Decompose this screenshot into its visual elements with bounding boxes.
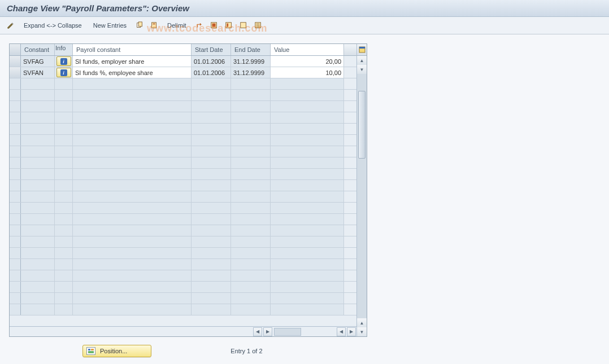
table-row[interactable]: SVFAG i SI funds, employer share 01.01.2… [10, 56, 356, 67]
info-icon: i [60, 58, 67, 65]
scroll-up-icon[interactable]: ▲ [357, 318, 367, 327]
scroll-up-icon[interactable]: ▲ [357, 56, 367, 65]
scroll-down-icon[interactable]: ▼ [357, 327, 367, 336]
scroll-down-icon[interactable]: ▼ [357, 65, 367, 74]
toolbar: Expand <-> Collapse New Entries Delimit [0, 17, 609, 34]
table-row-empty[interactable] [10, 90, 356, 101]
table-row-empty[interactable] [10, 124, 356, 135]
h-scrollbar: ◀ ▶ ◀ ▶ [10, 326, 356, 336]
table-row-empty[interactable] [10, 135, 356, 146]
table-row-empty[interactable] [10, 259, 356, 270]
scroll-right-icon[interactable]: ▶ [347, 327, 356, 336]
table-row-empty[interactable] [10, 203, 356, 214]
cell-value[interactable]: 10,00 [271, 67, 344, 78]
table-row-empty[interactable] [10, 191, 356, 203]
v-scroll-track[interactable] [357, 74, 367, 318]
cell-value[interactable]: 20,00 [271, 56, 344, 67]
table-settings-icon[interactable] [357, 44, 367, 56]
svg-rect-10 [359, 47, 365, 49]
cell-constant[interactable]: SVFAG [21, 56, 55, 67]
config-icon[interactable] [252, 19, 264, 32]
table-row-empty[interactable] [10, 282, 356, 293]
svg-rect-14 [88, 351, 94, 353]
row-selector[interactable] [10, 56, 21, 67]
table-row-empty[interactable] [10, 304, 356, 315]
col-payroll-constant[interactable]: Payroll constant [73, 44, 192, 55]
cell-end-date[interactable]: 31.12.9999 [231, 56, 271, 67]
table-row-empty[interactable] [10, 214, 356, 225]
table-row-empty[interactable] [10, 169, 356, 180]
svg-rect-1 [138, 22, 142, 27]
table-row[interactable]: SVFAN i SI funds %, employee share 01.01… [10, 67, 356, 78]
svg-rect-6 [227, 24, 228, 27]
table-row-empty[interactable] [10, 270, 356, 282]
cell-start-date[interactable]: 01.01.2006 [192, 56, 231, 67]
copy-icon[interactable] [133, 19, 146, 32]
grid-body: SVFAG i SI funds, employer share 01.01.2… [10, 56, 356, 318]
table-row-empty[interactable] [10, 225, 356, 236]
scroll-right-icon[interactable]: ▶ [263, 327, 272, 336]
col-value[interactable]: Value [271, 44, 344, 55]
v-scrollbar: ▲ ▼ ▲ ▼ [356, 44, 367, 336]
cell-info: i [55, 56, 73, 67]
info-button[interactable]: i [56, 68, 71, 77]
cell-payroll-constant[interactable]: SI funds %, employee share [73, 67, 192, 78]
entry-count: Entry 1 of 2 [230, 348, 262, 354]
delete-icon[interactable] [148, 19, 160, 32]
cell-info: i [55, 67, 73, 78]
grid-header-row: Constant Info Payroll constant Start Dat… [10, 44, 356, 56]
cell-constant[interactable]: SVFAN [21, 67, 55, 78]
position-icon [86, 347, 95, 355]
table-row-empty[interactable] [10, 146, 356, 157]
header-row-selector[interactable] [10, 44, 21, 55]
info-button[interactable]: i [56, 56, 71, 66]
col-info[interactable]: Info [55, 44, 73, 55]
content-area: Constant Info Payroll constant Start Dat… [0, 34, 609, 364]
table-row-empty[interactable] [10, 180, 356, 191]
title-bar: Change View "Payroll Parameters": Overvi… [0, 0, 609, 17]
delimit-button[interactable]: Delimit [163, 20, 191, 30]
cell-start-date[interactable]: 01.01.2006 [192, 67, 231, 78]
select-block-icon[interactable] [223, 19, 235, 32]
undo-icon[interactable] [193, 19, 206, 32]
table-row-empty[interactable] [10, 236, 356, 248]
col-end-date[interactable]: End Date [231, 44, 271, 55]
row-selector[interactable] [10, 67, 21, 78]
deselect-all-icon[interactable] [237, 19, 250, 32]
table-row-empty[interactable] [10, 112, 356, 124]
table-row-empty[interactable] [10, 157, 356, 169]
v-scroll-thumb[interactable] [358, 91, 366, 159]
select-all-icon[interactable] [208, 19, 220, 32]
info-icon: i [60, 69, 67, 76]
page-title: Change View "Payroll Parameters": Overvi… [7, 3, 602, 13]
expand-collapse-button[interactable]: Expand <-> Collapse [19, 20, 86, 30]
svg-rect-7 [240, 23, 246, 28]
svg-rect-13 [91, 349, 94, 350]
col-constant[interactable]: Constant [21, 44, 55, 55]
svg-rect-12 [88, 349, 90, 350]
scroll-left-icon[interactable]: ◀ [253, 327, 262, 336]
table-row-empty[interactable] [10, 78, 356, 90]
h-scroll-track[interactable] [274, 328, 301, 336]
table-wrapper: Constant Info Payroll constant Start Dat… [9, 43, 367, 337]
cell-end-date[interactable]: 31.12.9999 [231, 67, 271, 78]
position-button[interactable]: Position... [82, 345, 151, 357]
svg-rect-4 [212, 24, 215, 27]
table-row-empty[interactable] [10, 248, 356, 259]
table-row-empty[interactable] [10, 101, 356, 112]
cell-payroll-constant[interactable]: SI funds, employer share [73, 56, 192, 67]
svg-rect-5 [225, 23, 231, 28]
toggle-change-icon[interactable] [5, 19, 17, 32]
col-start-date[interactable]: Start Date [192, 44, 231, 55]
scroll-left-icon[interactable]: ◀ [337, 327, 346, 336]
new-entries-button[interactable]: New Entries [89, 20, 131, 30]
position-label: Position... [100, 348, 127, 354]
grid: Constant Info Payroll constant Start Dat… [10, 44, 356, 336]
table-row-empty[interactable] [10, 293, 356, 304]
footer: Position... Entry 1 of 2 [9, 345, 600, 357]
